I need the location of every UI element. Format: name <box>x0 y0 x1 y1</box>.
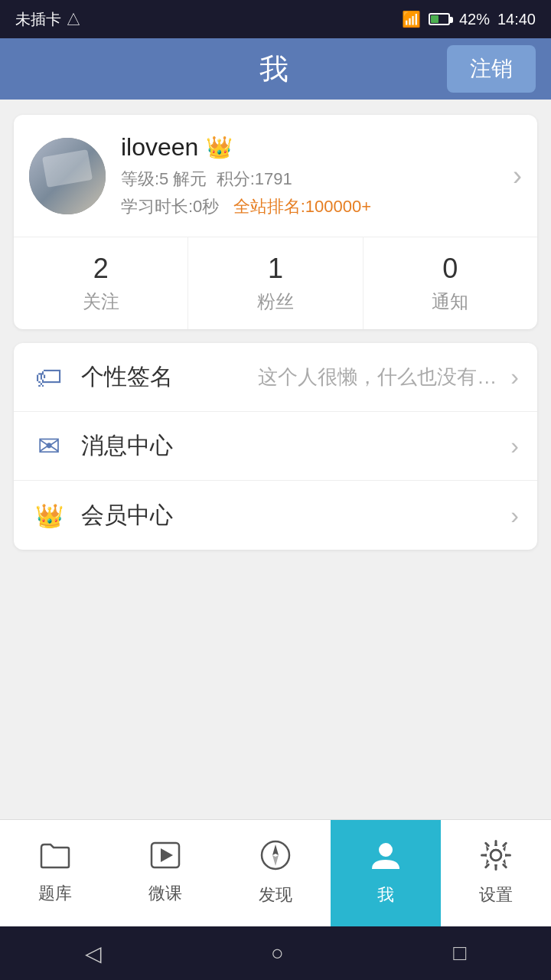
back-button[interactable]: ◁ <box>54 933 132 974</box>
nav-shezhi[interactable]: 设置 <box>441 820 551 926</box>
menu-card: 🏷 个性签名 这个人很懒，什么也没有留... › ✉ 消息中心 › 👑 会员中心… <box>14 343 537 550</box>
stat-following[interactable]: 2 关注 <box>14 237 188 329</box>
nav-weike-label: 微课 <box>148 882 182 905</box>
svg-rect-11 <box>505 854 511 857</box>
status-right: 📶 42% 14:40 <box>402 10 536 28</box>
home-button[interactable]: ○ <box>240 933 315 973</box>
svg-rect-15 <box>502 863 508 869</box>
stat-notifications[interactable]: 0 通知 <box>364 237 537 329</box>
clock: 14:40 <box>497 11 536 28</box>
compass-icon <box>260 840 291 877</box>
system-nav: ◁ ○ □ <box>0 926 551 980</box>
svg-marker-4 <box>272 855 279 866</box>
nav-weike[interactable]: 微课 <box>110 820 220 926</box>
svg-marker-3 <box>272 844 279 855</box>
bottom-nav: 题库 微课 发现 我 <box>0 819 551 926</box>
menu-item-signature[interactable]: 🏷 个性签名 这个人很懒，什么也没有留... › <box>14 343 537 412</box>
nav-wo[interactable]: 我 <box>331 820 441 926</box>
status-carrier: 未插卡 △ <box>15 9 81 30</box>
signature-chevron-icon: › <box>510 363 519 391</box>
notif-label: 通知 <box>432 289 468 314</box>
profile-info: iloveen 👑 等级:5 解元 积分:1791 学习时长:0秒 全站排名:1… <box>121 133 505 218</box>
battery-icon <box>429 13 450 25</box>
svg-point-5 <box>379 843 393 857</box>
svg-rect-8 <box>495 840 497 846</box>
messages-label: 消息中心 <box>81 430 510 462</box>
menu-item-vip[interactable]: 👑 会员中心 › <box>14 481 537 550</box>
mail-icon: ✉ <box>32 430 66 462</box>
svg-rect-10 <box>481 854 487 857</box>
svg-marker-1 <box>161 848 173 862</box>
svg-rect-14 <box>484 863 491 869</box>
profile-top[interactable]: iloveen 👑 等级:5 解元 积分:1791 学习时长:0秒 全站排名:1… <box>14 115 537 237</box>
username: iloveen <box>121 133 198 162</box>
nav-shezhi-label: 设置 <box>479 884 513 906</box>
stats-row: 2 关注 1 粉丝 0 通知 <box>14 237 537 329</box>
tag-icon: 🏷 <box>32 361 66 394</box>
avatar[interactable] <box>29 138 106 214</box>
fans-count: 1 <box>268 253 283 285</box>
profile-card: iloveen 👑 等级:5 解元 积分:1791 学习时长:0秒 全站排名:1… <box>14 115 537 329</box>
user-icon <box>370 840 401 877</box>
svg-rect-9 <box>495 864 497 871</box>
gear-icon <box>481 840 511 877</box>
menu-item-messages[interactable]: ✉ 消息中心 › <box>14 412 537 481</box>
battery-pct: 42% <box>459 11 490 28</box>
status-bar: 未插卡 △ 📶 42% 14:40 <box>0 0 551 38</box>
nav-wo-label: 我 <box>377 884 394 906</box>
logout-button[interactable]: 注销 <box>447 45 536 93</box>
name-row: iloveen 👑 <box>121 133 505 162</box>
wifi-icon: 📶 <box>402 10 421 28</box>
svg-rect-12 <box>484 841 491 848</box>
main-content: iloveen 👑 等级:5 解元 积分:1791 学习时长:0秒 全站排名:1… <box>0 100 551 819</box>
vip-crown-icon: 👑 <box>32 502 66 529</box>
vip-badge: 👑 <box>206 135 233 160</box>
rank-value: 全站排名:100000+ <box>233 197 371 216</box>
header: 我 注销 <box>0 38 551 100</box>
messages-chevron-icon: › <box>510 432 519 460</box>
folder-icon <box>40 841 70 876</box>
crown-icon: 👑 <box>206 135 233 160</box>
svg-point-7 <box>491 850 501 861</box>
profile-rank: 学习时长:0秒 全站排名:100000+ <box>121 195 505 218</box>
signature-sub: 这个人很懒，什么也没有留... <box>258 364 503 390</box>
profile-chevron-icon: › <box>505 160 522 192</box>
following-count: 2 <box>93 253 109 285</box>
notif-count: 0 <box>442 253 458 285</box>
stat-fans[interactable]: 1 粉丝 <box>188 237 363 329</box>
nav-faxian-label: 发现 <box>259 884 292 906</box>
fans-label: 粉丝 <box>257 289 294 314</box>
recent-button[interactable]: □ <box>422 933 497 973</box>
vip-label: 会员中心 <box>81 500 510 531</box>
nav-faxian[interactable]: 发现 <box>220 820 331 926</box>
nav-tiku[interactable]: 题库 <box>0 820 110 926</box>
page-title: 我 <box>259 50 292 89</box>
vip-chevron-icon: › <box>510 501 519 530</box>
profile-level: 等级:5 解元 积分:1791 <box>121 168 505 191</box>
svg-rect-13 <box>502 841 508 848</box>
play-icon <box>150 841 181 876</box>
following-label: 关注 <box>83 289 119 314</box>
nav-tiku-label: 题库 <box>38 882 72 905</box>
signature-label: 个性签名 <box>81 361 258 393</box>
